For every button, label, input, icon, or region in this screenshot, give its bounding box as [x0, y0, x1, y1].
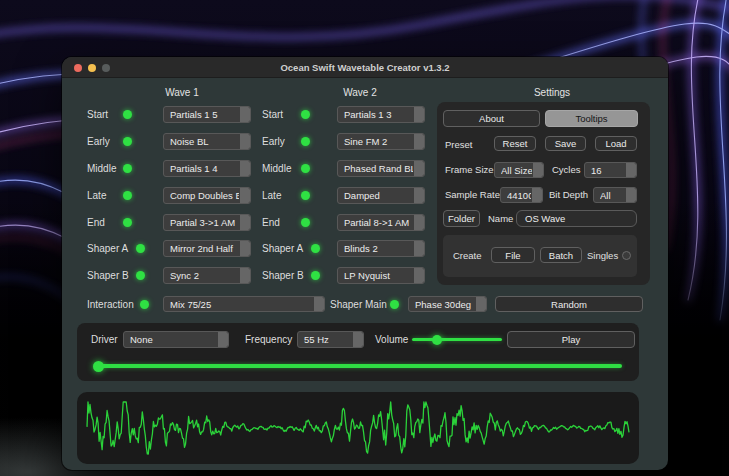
- tooltips-button[interactable]: Tooltips: [545, 110, 638, 127]
- wave1-early-dropdown[interactable]: Noise BL: [163, 133, 251, 150]
- app-window: Ocean Swift Wavetable Creator v1.3.2 Wav…: [62, 57, 668, 470]
- status-dot: [301, 137, 310, 146]
- wave1-row-label: Early: [87, 133, 110, 150]
- status-dot: [123, 137, 132, 146]
- wave2-late-dropdown[interactable]: Damped: [337, 187, 425, 204]
- random-button[interactable]: Random: [495, 296, 643, 312]
- status-dot: [301, 191, 310, 200]
- status-dot: [123, 164, 132, 173]
- wave2-end-dropdown[interactable]: Partial 8->1 AM: [337, 214, 425, 231]
- wave1-start-dropdown[interactable]: Partials 1 5: [163, 106, 251, 123]
- waveform-display: [77, 392, 639, 464]
- wave1-late-dropdown[interactable]: Comp Doubles BL: [163, 187, 251, 204]
- wave1-row-label: Shaper B: [87, 267, 129, 284]
- dropdown-value: Partial 8->1 AM: [344, 215, 413, 230]
- dropdown-value: Damped: [344, 188, 413, 203]
- dropdown-value: 16: [591, 163, 625, 177]
- wave1-shaper-b-dropdown[interactable]: Sync 2: [163, 267, 251, 284]
- cycles-dropdown[interactable]: 16: [584, 162, 637, 178]
- driver-dropdown[interactable]: None: [123, 331, 229, 348]
- play-button[interactable]: Play: [507, 331, 635, 348]
- position-slider-knob[interactable]: [93, 361, 104, 372]
- dropdown-thumb: [218, 332, 228, 347]
- dropdown-thumb: [533, 163, 543, 177]
- wave2-shaper-a-dropdown[interactable]: Blinds 2: [337, 240, 425, 257]
- dropdown-thumb: [414, 268, 424, 283]
- status-dot: [301, 164, 310, 173]
- save-button[interactable]: Save: [545, 136, 586, 151]
- reset-button[interactable]: Reset: [494, 136, 536, 151]
- dropdown-value: Partials 1 5: [170, 107, 239, 122]
- dropdown-thumb: [626, 188, 636, 202]
- status-dot: [136, 244, 145, 253]
- position-slider-track[interactable]: [95, 364, 622, 368]
- dropdown-thumb: [240, 268, 250, 283]
- dropdown-thumb: [353, 332, 363, 347]
- frequency-label: Frequency: [245, 331, 292, 348]
- create-label: Create: [453, 248, 482, 264]
- load-button[interactable]: Load: [595, 136, 637, 151]
- file-button[interactable]: File: [491, 247, 535, 263]
- wave1-middle-dropdown[interactable]: Partials 1 4: [163, 160, 251, 177]
- frame-size-label: Frame Size: [445, 162, 494, 178]
- dropdown-thumb: [414, 134, 424, 149]
- singles-radio[interactable]: [622, 251, 631, 260]
- sample-rate-dropdown[interactable]: 44100: [500, 187, 543, 203]
- dropdown-value: Partials 1 4: [170, 161, 239, 176]
- status-dot: [311, 271, 320, 280]
- volume-slider-knob[interactable]: [432, 335, 442, 345]
- dropdown-value: Mirror 2nd Half: [170, 241, 239, 256]
- batch-button[interactable]: Batch: [540, 247, 582, 263]
- dropdown-thumb: [414, 107, 424, 122]
- preset-label: Preset: [445, 137, 472, 153]
- dropdown-thumb: [414, 215, 424, 230]
- wave2-row-label: Shaper B: [262, 267, 304, 284]
- wave2-shaper-b-dropdown[interactable]: LP Nyquist: [337, 267, 425, 284]
- folder-button[interactable]: Folder: [443, 210, 480, 227]
- wave2-early-dropdown[interactable]: Sine FM 2: [337, 133, 425, 150]
- frequency-dropdown[interactable]: 55 Hz: [297, 331, 364, 348]
- waveform-graph: [77, 392, 639, 464]
- volume-slider-track[interactable]: [412, 338, 502, 341]
- about-button[interactable]: About: [443, 110, 540, 127]
- dropdown-thumb: [240, 241, 250, 256]
- driver-label: Driver: [91, 331, 118, 348]
- dropdown-thumb: [240, 161, 250, 176]
- dropdown-thumb: [240, 134, 250, 149]
- dropdown-value: Sync 2: [170, 268, 239, 283]
- frame-size-dropdown[interactable]: All Sizes: [494, 162, 544, 178]
- bit-depth-label: Bit Depth: [549, 187, 588, 203]
- wave2-row-label: Start: [262, 106, 283, 123]
- status-dot: [136, 271, 145, 280]
- wave1-shaper-a-dropdown[interactable]: Mirror 2nd Half: [163, 240, 251, 257]
- status-dot: [390, 300, 399, 309]
- bit-depth-dropdown[interactable]: All: [593, 187, 637, 203]
- dropdown-thumb: [314, 297, 324, 311]
- wave2-start-dropdown[interactable]: Partials 1 3: [337, 106, 425, 123]
- dropdown-thumb: [240, 188, 250, 203]
- name-field[interactable]: OS Wave: [516, 210, 637, 227]
- wave2-row-label: End: [262, 214, 280, 231]
- dropdown-value: All Sizes: [501, 163, 532, 177]
- settings-panel: About Tooltips Preset Reset Save Load Fr…: [437, 102, 650, 285]
- create-subpanel: Create File Batch Singles: [443, 235, 637, 277]
- dropdown-value: Comp Doubles BL: [170, 188, 239, 203]
- wave1-row-label: End: [87, 214, 105, 231]
- wave2-middle-dropdown[interactable]: Phased Rand BL: [337, 160, 425, 177]
- status-dot: [140, 300, 149, 309]
- status-dot: [311, 244, 320, 253]
- dropdown-thumb: [414, 241, 424, 256]
- dropdown-thumb: [414, 161, 424, 176]
- dropdown-value: All: [600, 188, 625, 202]
- dropdown-value: Noise BL: [170, 134, 239, 149]
- title-bar[interactable]: Ocean Swift Wavetable Creator v1.3.2: [62, 57, 668, 78]
- wave1-end-dropdown[interactable]: Partial 3->1 AM: [163, 214, 251, 231]
- dropdown-value: Phased Rand BL: [344, 161, 413, 176]
- dropdown-thumb: [532, 188, 542, 202]
- interaction-dropdown[interactable]: Mix 75/25: [163, 296, 325, 312]
- status-dot: [123, 218, 132, 227]
- dropdown-value: LP Nyquist: [344, 268, 413, 283]
- shaper-main-dropdown[interactable]: Phase 30deg: [408, 296, 487, 312]
- window-title: Ocean Swift Wavetable Creator v1.3.2: [62, 57, 668, 78]
- dropdown-thumb: [414, 188, 424, 203]
